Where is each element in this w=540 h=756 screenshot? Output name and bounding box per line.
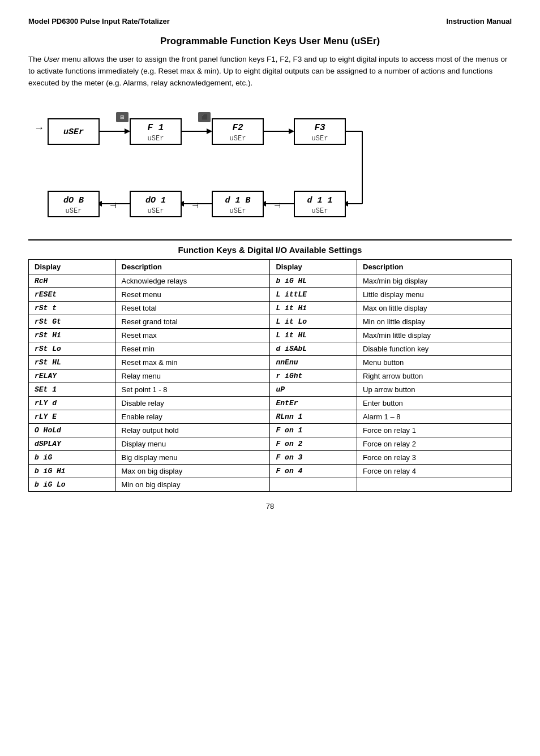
svg-text:uSEr: uSEr bbox=[148, 135, 164, 143]
page-number: 78 bbox=[266, 502, 274, 510]
desc-right: Min on little display bbox=[357, 315, 512, 328]
svg-text:⬛: ⬛ bbox=[202, 114, 208, 121]
display-left: SEt 1 bbox=[29, 383, 116, 396]
svg-text:uSEr: uSEr bbox=[148, 207, 164, 215]
display-right: L it Lo bbox=[270, 315, 357, 328]
desc-left: Acknowledge relays bbox=[115, 274, 270, 287]
svg-marker-13 bbox=[207, 128, 212, 134]
header-left: Model PD6300 Pulse Input Rate/Totalizer bbox=[28, 17, 170, 25]
table-row: b iGBig display menuF on 3Force on relay… bbox=[29, 450, 512, 464]
desc-right: Enter button bbox=[357, 396, 512, 410]
col-header-desc-left: Description bbox=[115, 259, 270, 274]
display-left: b iG Lo bbox=[29, 478, 116, 491]
svg-text:→: → bbox=[34, 122, 44, 134]
desc-right: Menu button bbox=[357, 355, 512, 369]
svg-text:uSEr: uSEr bbox=[66, 207, 82, 215]
display-left: rSt Gt bbox=[29, 315, 116, 328]
table-row: rSt HLReset max & minnnEnuMenu button bbox=[29, 355, 512, 369]
desc-right: Force on relay 3 bbox=[357, 450, 512, 464]
display-right: F on 2 bbox=[270, 437, 357, 450]
display-left: rSt t bbox=[29, 301, 116, 315]
svg-text:⊣: ⊣ bbox=[110, 201, 117, 210]
desc-left: Set point 1 - 8 bbox=[115, 383, 270, 396]
flow-diagram: → uSEr ⊞ F 1 uSEr ⬛ F2 uSEr F3 uSEr bbox=[28, 102, 512, 228]
desc-left: Display menu bbox=[115, 437, 270, 450]
table-row: rESEtReset menuL ittLELittle display men… bbox=[29, 287, 512, 301]
display-left: b iG bbox=[29, 450, 116, 464]
svg-text:⊞: ⊞ bbox=[120, 114, 125, 120]
display-right: r iGht bbox=[270, 369, 357, 383]
table-row: RcHAcknowledge relaysb iG HLMax/min big … bbox=[29, 274, 512, 287]
display-right: F on 4 bbox=[270, 464, 357, 478]
table-row: O HoLdRelay output holdF on 1Force on re… bbox=[29, 423, 512, 437]
desc-right: Up arrow button bbox=[357, 383, 512, 396]
display-right: F on 1 bbox=[270, 423, 357, 437]
svg-text:F 1: F 1 bbox=[148, 123, 164, 133]
desc-left: Enable relay bbox=[115, 410, 270, 423]
desc-right: Disable function key bbox=[357, 342, 512, 355]
svg-text:uSEr: uSEr bbox=[63, 127, 84, 137]
desc-right: Max on little display bbox=[357, 301, 512, 315]
svg-text:uSEr: uSEr bbox=[312, 135, 328, 143]
svg-text:uSEr: uSEr bbox=[312, 207, 328, 215]
svg-text:⊣: ⊣ bbox=[274, 201, 281, 210]
desc-left: Reset grand total bbox=[115, 315, 270, 328]
svg-text:F3: F3 bbox=[314, 123, 325, 133]
table-row: dSPLAYDisplay menuF on 2Force on relay 2 bbox=[29, 437, 512, 450]
table-row: rSt GtReset grand totalL it LoMin on lit… bbox=[29, 315, 512, 328]
display-left: rESEt bbox=[29, 287, 116, 301]
desc-left: Big display menu bbox=[115, 450, 270, 464]
table-row: rLY dDisable relayEntErEnter button bbox=[29, 396, 512, 410]
table-row: rLY EEnable relayRLnn 1Alarm 1 – 8 bbox=[29, 410, 512, 423]
table-row: b iG HiMax on big displayF on 4Force on … bbox=[29, 464, 512, 478]
table-row: rSt HiReset maxL it HLMax/min little dis… bbox=[29, 328, 512, 342]
settings-table: Display Description Display Description … bbox=[28, 259, 512, 492]
table-row: b iG LoMin on big display bbox=[29, 478, 512, 491]
flow-diagram-svg: → uSEr ⊞ F 1 uSEr ⬛ F2 uSEr F3 uSEr bbox=[28, 102, 492, 226]
display-right: F on 3 bbox=[270, 450, 357, 464]
svg-text:dO  1: dO 1 bbox=[145, 196, 166, 205]
desc-left: Disable relay bbox=[115, 396, 270, 410]
display-left: rLY d bbox=[29, 396, 116, 410]
desc-left: Min on big display bbox=[115, 478, 270, 491]
table-row: rELAYRelay menur iGhtRight arrow button bbox=[29, 369, 512, 383]
desc-right: Right arrow button bbox=[357, 369, 512, 383]
svg-marker-18 bbox=[289, 128, 294, 134]
svg-text:d 1 B: d 1 B bbox=[225, 196, 250, 205]
display-left: rSt Hi bbox=[29, 328, 116, 342]
svg-text:uSEr: uSEr bbox=[230, 135, 246, 143]
display-left: b iG Hi bbox=[29, 464, 116, 478]
desc-left: Reset max bbox=[115, 328, 270, 342]
svg-text:dO B: dO B bbox=[63, 196, 84, 205]
desc-right: Max/min big display bbox=[357, 274, 512, 287]
display-left: rELAY bbox=[29, 369, 116, 383]
col-header-display-right: Display bbox=[270, 259, 357, 274]
display-right: L it Hi bbox=[270, 301, 357, 315]
desc-right bbox=[357, 478, 512, 491]
display-right: L ittLE bbox=[270, 287, 357, 301]
desc-left: Relay output hold bbox=[115, 423, 270, 437]
table-row: SEt 1Set point 1 - 8uPUp arrow button bbox=[29, 383, 512, 396]
display-right: RLnn 1 bbox=[270, 410, 357, 423]
display-left: rSt Lo bbox=[29, 342, 116, 355]
svg-text:⊣: ⊣ bbox=[192, 201, 199, 210]
section-title: Programmable Function Keys User Menu (uS… bbox=[28, 36, 512, 47]
desc-right: Max/min little display bbox=[357, 328, 512, 342]
svg-marker-6 bbox=[125, 128, 130, 134]
desc-left: Relay menu bbox=[115, 369, 270, 383]
desc-left: Reset total bbox=[115, 301, 270, 315]
desc-left: Reset min bbox=[115, 342, 270, 355]
table-row: rSt tReset totalL it HiMax on little dis… bbox=[29, 301, 512, 315]
display-left: rSt HL bbox=[29, 355, 116, 369]
display-right: uP bbox=[270, 383, 357, 396]
display-right: d iSAbL bbox=[270, 342, 357, 355]
desc-right: Force on relay 2 bbox=[357, 437, 512, 450]
desc-left: Max on big display bbox=[115, 464, 270, 478]
desc-right: Force on relay 4 bbox=[357, 464, 512, 478]
desc-right: Alarm 1 – 8 bbox=[357, 410, 512, 423]
page-footer: 78 bbox=[28, 502, 512, 510]
display-left: RcH bbox=[29, 274, 116, 287]
svg-text:d 1  1: d 1 1 bbox=[307, 196, 332, 205]
intro-text: The User menu allows the user to assign … bbox=[28, 54, 512, 89]
table-section-title: Function Keys & Digital I/O Available Se… bbox=[28, 239, 512, 255]
